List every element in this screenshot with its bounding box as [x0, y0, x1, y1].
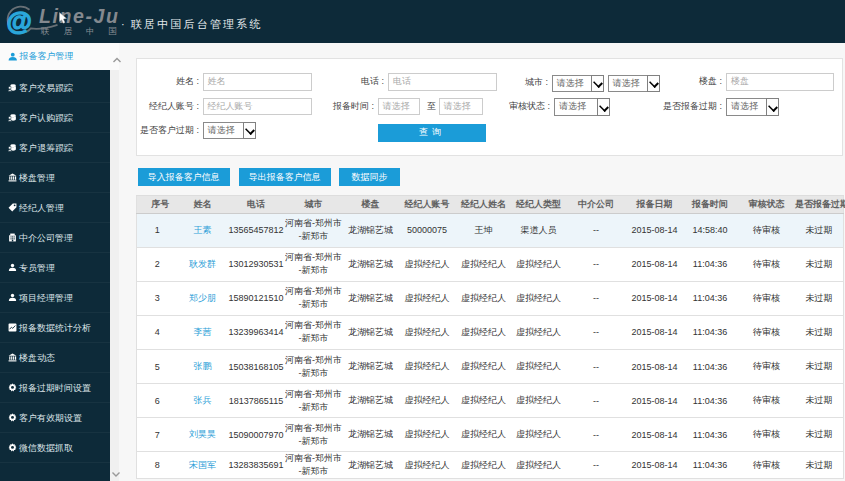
svg-text:@: @ — [7, 6, 32, 36]
